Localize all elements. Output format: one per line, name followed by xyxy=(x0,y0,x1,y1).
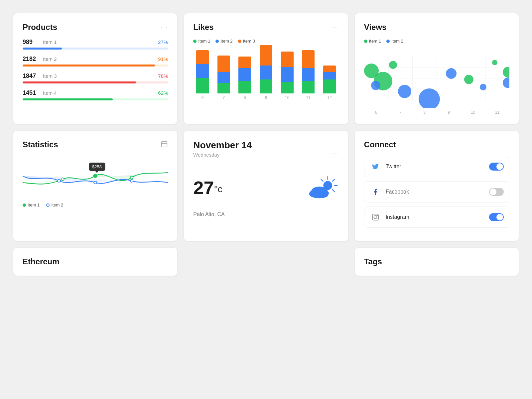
tags-title: Tags xyxy=(364,257,382,266)
bar-group: 12 xyxy=(320,66,339,100)
product-num: 1451 xyxy=(23,89,41,96)
weather-main: 27°c xyxy=(193,174,338,201)
svg-line-19 xyxy=(332,180,334,182)
product-num: 2182 xyxy=(23,56,41,63)
product-num: 1847 xyxy=(23,72,41,79)
stat-legend-dot-2 xyxy=(46,203,50,207)
views-legend: Item 1Item 2 xyxy=(364,39,509,44)
bar-segment-item2 xyxy=(281,67,294,82)
views-x-label: 10 xyxy=(461,110,485,115)
stat-legend-label-1: Item 1 xyxy=(28,202,40,207)
svg-point-13 xyxy=(93,174,97,178)
bar-group: 10 xyxy=(278,52,297,100)
statistics-legend: Item 1 Item 2 xyxy=(23,202,168,207)
products-list: 989 Item 1 27% 2182 Item 2 91% 1847 Item… xyxy=(23,39,168,100)
product-progress-fill xyxy=(23,48,62,50)
stat-legend-item-2: Item 2 xyxy=(46,202,63,207)
bar-segment-item2 xyxy=(302,68,315,81)
bottom-spacer xyxy=(184,248,348,274)
connect-toggle[interactable] xyxy=(489,163,504,171)
likes-more-button[interactable]: ··· xyxy=(331,24,339,31)
ethereum-card: Ethereum xyxy=(13,248,177,276)
svg-point-16 xyxy=(94,181,97,184)
toggle-thumb xyxy=(490,189,496,195)
views-legend-label: Item 1 xyxy=(369,39,381,44)
products-more-button[interactable]: ··· xyxy=(161,24,168,31)
views-x-label: 8 xyxy=(412,110,437,115)
bar-label: 10 xyxy=(285,95,289,100)
bar-segment-item3 xyxy=(323,66,336,72)
likes-legend-item: Item 1 xyxy=(193,39,210,44)
connect-toggle[interactable] xyxy=(489,213,504,221)
bar-segment-item2 xyxy=(196,64,209,78)
toggle-thumb xyxy=(496,163,503,170)
connect-icon xyxy=(370,186,381,198)
scatter-bubble xyxy=(398,85,411,98)
bar-group: 11 xyxy=(299,50,318,100)
product-pct: 78% xyxy=(158,73,168,79)
product-pct: 91% xyxy=(158,56,168,62)
connect-toggle[interactable] xyxy=(489,188,504,196)
likes-legend-label: Item 2 xyxy=(220,39,232,44)
bar-segment-item1 xyxy=(323,79,336,93)
likes-legend-dot xyxy=(193,40,197,43)
products-card: Products ··· 989 Item 1 27% 2182 Item 2 … xyxy=(13,13,177,124)
product-progress-bar xyxy=(23,81,168,83)
bar-segment-item3 xyxy=(196,50,209,64)
ethereum-title: Ethereum xyxy=(23,257,60,266)
connect-name: Twitter xyxy=(386,164,489,170)
product-progress-bar xyxy=(23,65,168,66)
scatter-bubble xyxy=(419,88,440,108)
product-progress-bar xyxy=(23,48,168,50)
bar-stack xyxy=(238,57,251,93)
bar-group: 6 xyxy=(193,50,212,100)
scatter-bubble xyxy=(492,60,497,65)
bar-stack xyxy=(260,45,272,93)
views-header: Views xyxy=(364,23,509,32)
weather-header: November 14 Wednesday ··· xyxy=(193,140,338,167)
product-progress-fill xyxy=(23,65,155,66)
tags-card: Tags xyxy=(355,248,519,276)
stat-legend-dot-1 xyxy=(23,203,26,207)
svg-point-27 xyxy=(311,192,328,198)
dashboard: Products ··· 989 Item 1 27% 2182 Item 2 … xyxy=(13,13,519,276)
likes-legend-label: Item 1 xyxy=(198,39,210,44)
products-title: Products xyxy=(23,23,57,32)
svg-point-14 xyxy=(130,176,133,179)
bar-segment-item1 xyxy=(302,81,315,93)
weather-location: Palo Alto, CA xyxy=(193,211,338,217)
bar-segment-item2 xyxy=(217,72,230,83)
product-progress-fill xyxy=(23,98,113,100)
weather-unit: °c xyxy=(214,184,222,194)
product-label: Item 1 xyxy=(43,39,158,45)
bar-label: 6 xyxy=(201,95,204,100)
bar-stack xyxy=(196,50,209,93)
weather-date-block: November 14 Wednesday xyxy=(193,140,252,167)
statistics-chart: $258 xyxy=(23,156,168,199)
views-legend-item: Item 1 xyxy=(364,39,381,44)
likes-header: Likes ··· xyxy=(193,23,338,32)
bar-segment-item2 xyxy=(238,68,251,81)
views-x-label: 6 xyxy=(364,110,388,115)
scatter-bubble xyxy=(389,61,397,69)
svg-point-30 xyxy=(377,215,377,216)
svg-point-12 xyxy=(61,178,64,181)
bar-group: 7 xyxy=(214,56,233,100)
statistics-card: Statistics $258 xyxy=(13,131,177,241)
scatter-bubble xyxy=(446,68,457,79)
likes-legend-item: Item 2 xyxy=(215,39,232,44)
weather-icon xyxy=(306,174,339,201)
likes-legend-label: Item 3 xyxy=(243,39,255,44)
product-label: Item 2 xyxy=(43,56,158,62)
bar-segment-item3 xyxy=(260,45,272,66)
connect-icon xyxy=(370,161,381,172)
views-legend-dot xyxy=(386,40,390,43)
bar-stack xyxy=(281,52,294,93)
connect-title: Connect xyxy=(364,140,396,149)
likes-legend-dot xyxy=(238,40,241,43)
statistics-calendar-button[interactable] xyxy=(161,140,168,149)
calendar-icon xyxy=(161,140,168,148)
bar-segment-item3 xyxy=(238,57,251,68)
weather-more-button[interactable]: ··· xyxy=(331,150,339,157)
bar-segment-item1 xyxy=(260,79,272,93)
